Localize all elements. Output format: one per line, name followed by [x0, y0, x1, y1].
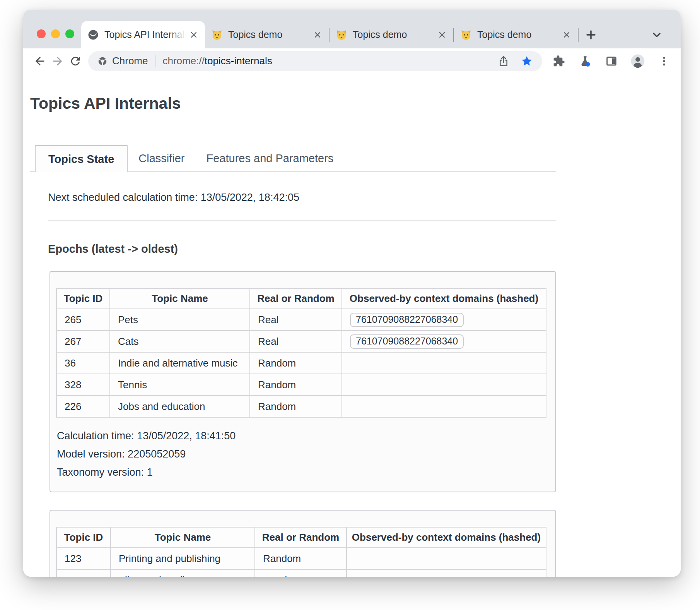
tab-title: Topics demo — [228, 29, 309, 40]
experiments-beaker-icon — [579, 55, 592, 68]
topic-id-cell: 265 — [56, 309, 110, 331]
topic-id-cell: 267 — [56, 331, 110, 352]
topic-id-cell: 36 — [56, 352, 110, 374]
tab-close-button[interactable] — [189, 30, 199, 40]
page-title: Topics API Internals — [30, 94, 681, 112]
traffic-light-minimize[interactable] — [51, 29, 60, 38]
profile-button[interactable] — [629, 52, 647, 70]
browser-tab[interactable]: Topics demo — [454, 21, 578, 48]
close-icon — [189, 30, 198, 39]
cat-icon — [460, 29, 472, 41]
column-header: Real or Random — [255, 527, 347, 548]
back-button[interactable] — [31, 52, 49, 70]
real-or-random-cell: Random — [250, 396, 342, 417]
topic-name-cell: Tennis — [110, 374, 250, 396]
tab-search-button[interactable] — [644, 21, 669, 48]
divider — [48, 220, 556, 221]
topic-name-cell: Printing and publishing — [111, 548, 255, 569]
chrome-logo-icon — [97, 56, 108, 66]
column-header: Topic Name — [111, 527, 255, 548]
cat-icon — [211, 29, 223, 41]
real-or-random-cell: Random — [255, 569, 347, 577]
observed-by-cell — [347, 548, 546, 569]
topic-name-cell: Jobs and education — [110, 396, 250, 417]
topic-name-cell: Pets — [110, 309, 250, 331]
next-calculation-time: Next scheduled calculation time: 13/05/2… — [48, 192, 681, 204]
plus-icon — [585, 29, 597, 41]
page-content: Topics API Internals Topics State Classi… — [23, 74, 681, 577]
side-panel-icon — [605, 55, 618, 67]
back-icon — [33, 55, 46, 68]
real-or-random-cell: Random — [250, 352, 342, 374]
tab-classifier[interactable]: Classifier — [128, 145, 195, 171]
hashed-domain-chip: 7610709088227068340 — [350, 313, 464, 327]
bookmark-star-icon[interactable] — [521, 55, 533, 67]
real-or-random-cell: Real — [250, 309, 342, 331]
tab-close-button[interactable] — [312, 30, 323, 40]
close-icon — [437, 30, 447, 39]
extensions-button[interactable] — [550, 52, 568, 70]
topic-id-cell: 226 — [56, 396, 110, 417]
table-row: 226Jobs and educationRandom — [56, 396, 546, 417]
address-actions — [497, 55, 533, 67]
reload-button[interactable] — [67, 52, 84, 70]
menu-button[interactable] — [655, 52, 673, 70]
table-row: 200Fibre and textile artsRandom — [56, 569, 546, 577]
tab-features-and-parameters[interactable]: Features and Parameters — [196, 145, 345, 171]
tab-title: Topics demo — [477, 29, 558, 40]
url-host: topics-internals — [205, 55, 272, 67]
cat-icon — [336, 29, 347, 41]
experiments-button[interactable] — [576, 52, 594, 70]
column-header: Topic ID — [56, 527, 111, 548]
topic-id-cell: 200 — [56, 569, 111, 577]
tab-strip-tabs: Topics API InternalsTopics demoTopics de… — [81, 10, 578, 48]
tab-title: Topics demo — [353, 29, 434, 40]
table-row: 267CatsReal7610709088227068340 — [56, 331, 546, 352]
new-tab-button[interactable] — [579, 21, 603, 48]
profile-icon — [630, 54, 645, 69]
globe-icon — [87, 29, 99, 41]
table-row: 123Printing and publishingRandom — [56, 548, 546, 569]
topic-id-cell: 328 — [56, 374, 110, 396]
topic-name-cell: Cats — [110, 331, 250, 352]
column-header: Topic ID — [56, 288, 110, 309]
real-or-random-cell: Real — [250, 331, 342, 352]
browser-tab-active[interactable]: Topics API Internals — [81, 21, 205, 48]
reload-icon — [69, 55, 82, 68]
next-calculation-label: Next scheduled calculation time: — [48, 192, 198, 203]
traffic-light-zoom[interactable] — [65, 29, 74, 38]
tab-topics-state[interactable]: Topics State — [35, 145, 128, 172]
real-or-random-cell: Random — [255, 548, 347, 569]
table-row: 265PetsReal7610709088227068340 — [56, 309, 546, 331]
site-engine-label: Chrome — [112, 55, 148, 67]
menu-dots-icon — [658, 55, 670, 67]
tab-close-button[interactable] — [437, 30, 447, 40]
browser-window: Topics API InternalsTopics demoTopics de… — [23, 10, 681, 577]
forward-button[interactable] — [49, 52, 67, 70]
topics-table: Topic IDTopic NameReal or RandomObserved… — [56, 527, 546, 577]
real-or-random-cell: Random — [250, 374, 342, 396]
address-bar[interactable]: Chrome chrome://topics-internals — [88, 51, 542, 71]
column-header: Observed-by context domains (hashed) — [347, 527, 546, 548]
side-panel-button[interactable] — [603, 52, 620, 70]
table-header-row: Topic IDTopic NameReal or RandomObserved… — [56, 288, 546, 309]
topic-name-cell: Indie and alternative music — [110, 352, 250, 374]
url-scheme: chrome:// — [162, 55, 204, 67]
model-version-line: Model version: 2205052059 — [57, 445, 555, 463]
toolbar-actions — [550, 52, 673, 70]
column-header: Observed-by context domains (hashed) — [342, 288, 546, 309]
next-calculation-value: 13/05/2022, 18:42:05 — [201, 192, 299, 203]
close-icon — [313, 30, 322, 39]
observed-by-cell — [347, 569, 546, 577]
traffic-light-close[interactable] — [37, 29, 46, 38]
taxonomy-version-line: Taxonomy version: 1 — [57, 463, 555, 481]
url-text[interactable]: chrome://topics-internals — [162, 55, 492, 67]
page-tab-bar: Topics State Classifier Features and Par… — [30, 145, 556, 172]
tab-title: Topics API Internals — [104, 29, 186, 40]
share-icon[interactable] — [497, 55, 510, 67]
browser-tab[interactable]: Topics demo — [205, 21, 329, 48]
tab-close-button[interactable] — [562, 30, 572, 40]
close-icon — [562, 30, 571, 39]
browser-tab[interactable]: Topics demo — [330, 21, 453, 48]
table-header-row: Topic IDTopic NameReal or RandomObserved… — [56, 527, 546, 548]
